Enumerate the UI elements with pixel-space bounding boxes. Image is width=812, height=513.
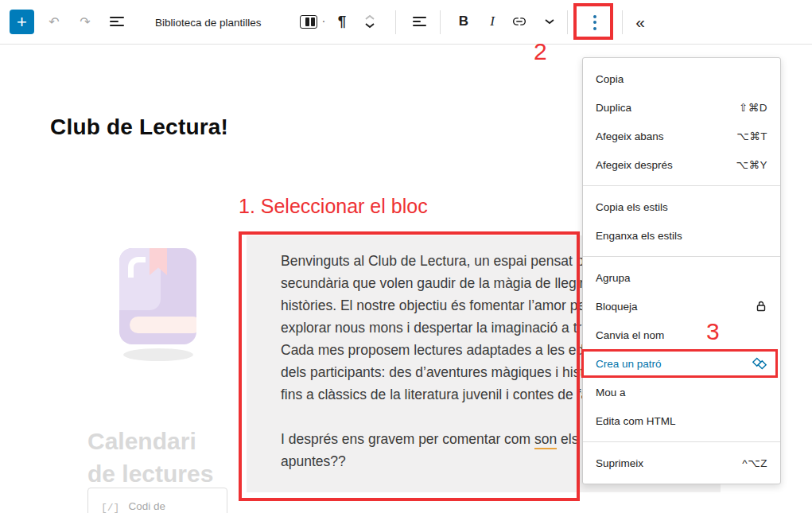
block-options-button[interactable] [580,7,610,37]
overview-lines [110,15,124,29]
paragraph-line: fins a clàssics de la literatura juvenil… [281,383,592,406]
drag-handle-icon[interactable]: · [319,4,328,39]
menu-item-label: Afegeix abans [596,130,664,142]
redo-icon[interactable]: ↷ [75,4,95,39]
link-button[interactable] [509,4,530,39]
paragraph-block-icon[interactable]: ¶ [332,4,352,39]
menu-item-mou-a[interactable]: Mou a [583,378,780,406]
paragraph-line: Benvinguts al Club de Lectura, un espai … [281,250,592,272]
page-title: Club de Lectura! [50,115,228,140]
toolbar-divider [395,10,396,34]
menu-item-label: Afegeix després [596,159,673,171]
menu-item-label: Duplica [596,102,631,114]
paragraph-line: històries. El nostre objectiu és fomenta… [281,294,592,317]
book-shadow [123,348,193,361]
menu-item-label: Enganxa els estils [596,230,682,242]
options-dot [593,27,596,30]
book-illustration [119,248,199,363]
document-title-label: Biblioteca de plantilles [155,0,262,45]
menu-item-label: Canvia el nom [596,329,664,341]
menu-item-label: Copia els estils [596,201,668,213]
menu-item-label: Crea un patró [596,358,662,370]
paragraph-line: I després ens gravem per comentar com so… [281,428,592,450]
menu-item-label: Suprimeix [596,457,643,469]
shortcode-block[interactable]: [/] Codi de [87,488,227,513]
paragraph-line: Cada mes proposem lectures adaptades a l… [281,339,592,361]
book-pages [130,317,196,333]
shortcode-icon: [/] [101,502,119,513]
collapse-sidebar-icon[interactable]: « [628,0,651,45]
menu-separator [583,256,780,257]
paragraph-blank-line [281,406,592,428]
link-icon [511,13,528,30]
misspelled-word: son [534,431,557,449]
block-inserter-button[interactable]: + [10,10,34,34]
bold-button[interactable]: B [453,4,474,39]
menu-item-label: Agrupa [596,272,631,284]
menu-shortcut: ⇧⌘D [739,101,767,114]
paragraph-line: secundària que volen gaudir de la màgia … [281,272,592,294]
italic-button[interactable]: I [482,4,503,39]
menu-item-duplica[interactable]: Duplica ⇧⌘D [583,93,780,122]
more-formatting-dropdown[interactable] [539,4,560,39]
menu-item-label: Bloqueja [596,301,638,313]
align-left-lines [413,15,426,29]
menu-item-enganxa-estils[interactable]: Enganxa els estils [583,221,780,250]
menu-item-label: Edita com HTML [596,415,676,427]
options-dot [593,15,596,18]
chevron-down-icon [364,22,375,29]
paragraph-text: Benvinguts al Club de Lectura, un espai … [281,250,592,472]
menu-item-suprimeix[interactable]: Suprimeix ^⌥Z [583,449,780,477]
pattern-icon [752,356,767,371]
menu-item-bloqueja[interactable]: Bloqueja [583,292,780,321]
document-overview-icon[interactable] [107,4,127,39]
block-mover[interactable] [359,4,380,39]
calendar-heading-line1: Calendari [87,425,213,457]
editor-stage: + ↶ ↷ Biblioteca de plantilles · ¶ [0,0,812,513]
parent-block-icon[interactable] [298,4,319,39]
shortcode-label: Codi de [128,500,165,512]
menu-item-crea-un-patro[interactable]: Crea un patró [583,349,780,378]
menu-item-label: Copia [596,73,624,85]
block-options-menu: Copia Duplica ⇧⌘D Afegeix abans ⌥⌘T Afeg… [582,57,781,484]
menu-shortcut: ⌥⌘T [736,130,767,142]
chevron-down-icon [544,18,555,25]
menu-separator [583,185,780,186]
book-shine [128,257,146,278]
paragraph-line: dels participants: des d’aventures màgiq… [281,361,592,383]
menu-item-copia-estils[interactable]: Copia els estils [583,192,780,221]
columns-block-icon [300,15,317,29]
options-dot [593,21,596,24]
menu-shortcut: ⌥⌘Y [736,158,767,171]
calendar-heading: Calendari de lectures [87,425,213,490]
toolbar-divider [440,10,441,34]
annotation-step1: 1. Seleccionar el bloc [239,195,428,218]
chevron-up-icon [364,14,375,21]
toolbar-divider [567,10,568,34]
paragraph-line: explorar nous mons i despertar la imagin… [281,317,592,339]
align-text-icon[interactable] [409,4,429,39]
menu-item-copia[interactable]: Copia [583,64,780,93]
menu-separator [583,441,780,442]
calendar-heading-line2: de lectures [87,457,213,490]
paragraph-tail-pre: I després ens gravem per comentar com [281,431,534,447]
toolbar-divider [622,10,623,34]
paragraph-line: apuntes?? [281,450,592,472]
menu-shortcut: ^⌥Z [742,457,767,469]
lock-icon [755,300,767,313]
menu-item-agrupa[interactable]: Agrupa [583,263,780,292]
editor-toolbar: + ↶ ↷ Biblioteca de plantilles · ¶ [0,0,812,45]
book-cover [119,248,196,344]
menu-item-afegeix-abans[interactable]: Afegeix abans ⌥⌘T [583,122,780,150]
menu-item-canvia-el-nom[interactable]: Canvia el nom [583,321,780,349]
menu-item-afegeix-despres[interactable]: Afegeix després ⌥⌘Y [583,150,780,179]
move-up-down-icons [364,14,375,29]
undo-icon[interactable]: ↶ [44,4,64,39]
menu-item-label: Mou a [596,387,626,398]
menu-item-edita-com-html[interactable]: Edita com HTML [583,406,780,435]
